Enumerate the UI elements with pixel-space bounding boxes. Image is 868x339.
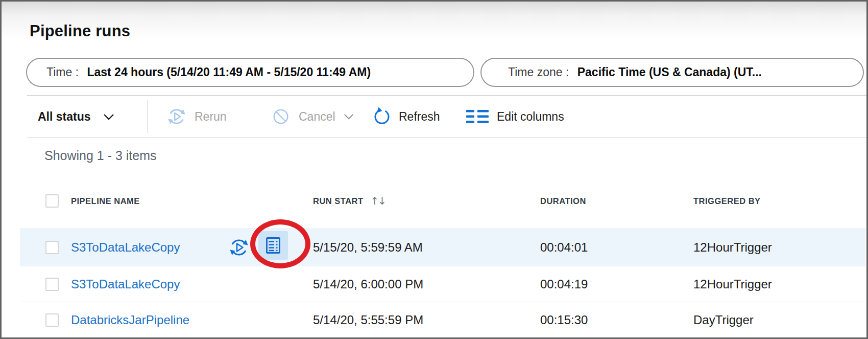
status-filter-dropdown[interactable]: All status <box>38 96 114 138</box>
run-start-cell: 5/14/20, 6:00:00 PM <box>313 266 423 302</box>
column-header-triggered-by: TRIGGERED BY <box>693 190 761 212</box>
rerun-icon <box>167 106 186 127</box>
table-row[interactable]: S3ToDataLakeCopy <box>20 228 865 266</box>
table-header-row: PIPELINE NAME RUN START ↑↓ DURATION TRIG… <box>2 190 866 212</box>
table-row[interactable]: S3ToDataLakeCopy 5/14/20, 6:00:00 PM 00:… <box>20 266 865 302</box>
run-start-cell: 5/15/20, 5:59:59 AM <box>313 228 423 266</box>
consumption-report-icon <box>266 237 281 254</box>
chevron-down-icon <box>103 114 114 120</box>
run-start-cell: 5/14/20, 5:55:59 PM <box>313 302 423 338</box>
table-row[interactable]: DatabricksJarPipeline 5/14/20, 5:55:59 P… <box>20 302 865 338</box>
triggered-by-cell: 12HourTrigger <box>693 266 772 302</box>
timezone-filter-value: Pacific Time (US & Canada) (UT... <box>577 65 762 79</box>
toolbar: All status Rerun <box>2 96 866 138</box>
duration-cell: 00:04:19 <box>540 266 588 302</box>
row-checkbox[interactable] <box>45 241 59 254</box>
refresh-icon <box>372 107 391 126</box>
rerun-pipeline-icon[interactable] <box>229 237 249 258</box>
timezone-filter-pill[interactable]: Time zone : Pacific Time (US & Canada) (… <box>480 58 864 87</box>
status-filter-label: All status <box>38 110 91 124</box>
refresh-label: Refresh <box>399 110 440 124</box>
chevron-down-icon <box>344 114 354 120</box>
refresh-button[interactable]: Refresh <box>372 96 440 138</box>
toolbar-divider <box>147 100 148 133</box>
edit-columns-icon <box>466 109 489 124</box>
pipeline-runs-panel: Pipeline runs Time : Last 24 hours (5/14… <box>0 0 868 339</box>
time-filter-pill[interactable]: Time : Last 24 hours (5/14/20 11:49 AM -… <box>26 58 474 87</box>
duration-cell: 00:04:01 <box>540 228 588 266</box>
pipeline-name-link[interactable]: S3ToDataLakeCopy <box>71 277 180 291</box>
edit-columns-label: Edit columns <box>497 110 564 124</box>
row-checkbox[interactable] <box>45 278 59 291</box>
column-header-run-start[interactable]: RUN START ↑↓ <box>313 190 385 212</box>
time-filter-label: Time : <box>46 65 82 79</box>
sort-arrows-icon: ↑↓ <box>371 195 386 207</box>
pipeline-name-link[interactable]: S3ToDataLakeCopy <box>71 240 180 255</box>
triggered-by-cell: 12HourTrigger <box>693 228 772 266</box>
items-count-text: Showing 1 - 3 items <box>44 148 157 163</box>
page-title: Pipeline runs <box>30 22 130 40</box>
edit-columns-button[interactable]: Edit columns <box>466 96 564 138</box>
select-all-checkbox[interactable] <box>45 194 59 208</box>
cancel-label: Cancel <box>299 110 335 124</box>
consumption-report-button[interactable] <box>258 231 288 260</box>
column-header-pipeline-name: PIPELINE NAME <box>71 190 140 212</box>
time-filter-value: Last 24 hours (5/14/20 11:49 AM - 5/15/2… <box>87 65 371 79</box>
column-header-duration: DURATION <box>540 190 586 212</box>
divider-toolbar-bottom <box>27 138 866 138</box>
row-checkbox[interactable] <box>45 313 59 327</box>
pipeline-name-link[interactable]: DatabricksJarPipeline <box>71 313 189 327</box>
rerun-label: Rerun <box>195 110 227 124</box>
timezone-filter-label: Time zone : <box>508 65 572 79</box>
cancel-button[interactable]: Cancel <box>271 96 354 138</box>
triggered-by-cell: DayTrigger <box>693 302 754 338</box>
cancel-icon <box>271 107 291 126</box>
rerun-button[interactable]: Rerun <box>167 96 227 138</box>
duration-cell: 00:15:30 <box>540 302 588 338</box>
